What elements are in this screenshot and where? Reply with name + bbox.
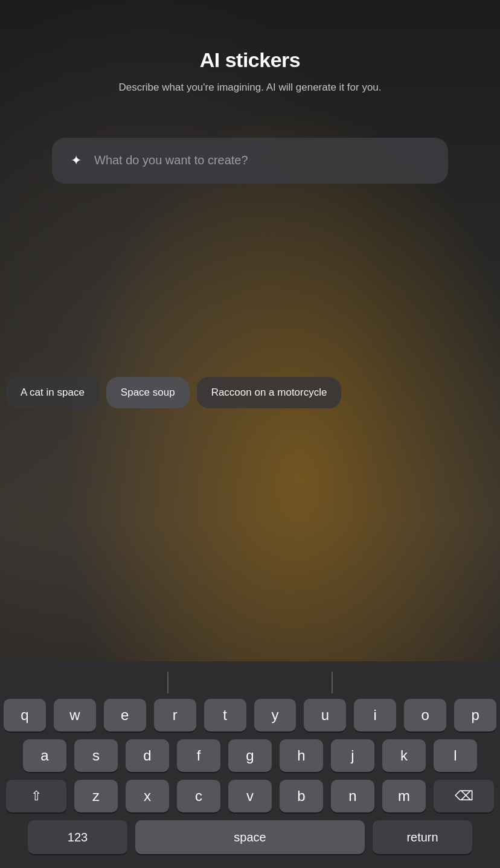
key-r[interactable]: r: [154, 699, 196, 731]
key-p[interactable]: p: [454, 699, 496, 731]
keyboard: q w e r t y u i o p a s d f g h j k l ⇧: [0, 661, 500, 868]
header-section: AI stickers Describe what you're imagini…: [118, 0, 381, 114]
main-content: AI stickers Describe what you're imagini…: [0, 0, 500, 868]
key-c[interactable]: c: [177, 780, 220, 812]
key-x[interactable]: x: [126, 780, 169, 812]
key-j[interactable]: j: [331, 739, 374, 772]
key-t[interactable]: t: [204, 699, 246, 731]
shift-icon: ⇧: [31, 788, 42, 804]
key-s[interactable]: s: [74, 739, 118, 772]
backspace-key[interactable]: ⌫: [434, 780, 494, 812]
key-f[interactable]: f: [177, 739, 220, 772]
keyboard-row-3: ⇧ z x c v b n m ⌫: [0, 780, 500, 812]
keyboard-row-bottom: 123 space return: [0, 820, 500, 854]
key-g[interactable]: g: [228, 739, 272, 772]
keyboard-row-2: a s d f g h j k l: [0, 739, 500, 772]
divider-left: [167, 672, 168, 693]
key-u[interactable]: u: [304, 699, 346, 731]
key-y[interactable]: y: [254, 699, 296, 731]
key-l[interactable]: l: [434, 739, 477, 772]
key-d[interactable]: d: [126, 739, 169, 772]
key-o[interactable]: o: [404, 699, 446, 731]
page-subtitle: Describe what you're imagining. AI will …: [118, 80, 381, 95]
key-m[interactable]: m: [382, 780, 426, 812]
suggestions-row: A cat in space Space soup Raccoon on a m…: [0, 377, 500, 408]
divider-right: [332, 672, 333, 693]
key-z[interactable]: z: [74, 780, 118, 812]
backspace-icon: ⌫: [455, 788, 473, 804]
divider-row: [0, 669, 500, 696]
suggestion-raccoon-motorcycle[interactable]: Raccoon on a motorcycle: [197, 377, 342, 408]
key-k[interactable]: k: [382, 739, 426, 772]
shift-key[interactable]: ⇧: [6, 780, 66, 812]
key-n[interactable]: n: [331, 780, 374, 812]
key-h[interactable]: h: [280, 739, 323, 772]
sparkle-icon: ✦: [66, 151, 86, 170]
suggestion-space-soup[interactable]: Space soup: [106, 377, 190, 408]
key-b[interactable]: b: [280, 780, 323, 812]
key-e[interactable]: e: [104, 699, 146, 731]
key-v[interactable]: v: [228, 780, 272, 812]
keyboard-row-1: q w e r t y u i o p: [0, 699, 500, 731]
page-title: AI stickers: [118, 48, 381, 72]
search-input-placeholder[interactable]: What do you want to create?: [94, 153, 434, 167]
suggestion-cat-in-space[interactable]: A cat in space: [6, 377, 99, 408]
numbers-key[interactable]: 123: [28, 820, 127, 854]
key-q[interactable]: q: [4, 699, 46, 731]
key-i[interactable]: i: [354, 699, 396, 731]
space-key[interactable]: space: [135, 820, 365, 854]
key-a[interactable]: a: [23, 739, 66, 772]
key-w[interactable]: w: [54, 699, 96, 731]
search-input-container[interactable]: ✦ What do you want to create?: [52, 138, 448, 184]
return-key[interactable]: return: [373, 820, 472, 854]
